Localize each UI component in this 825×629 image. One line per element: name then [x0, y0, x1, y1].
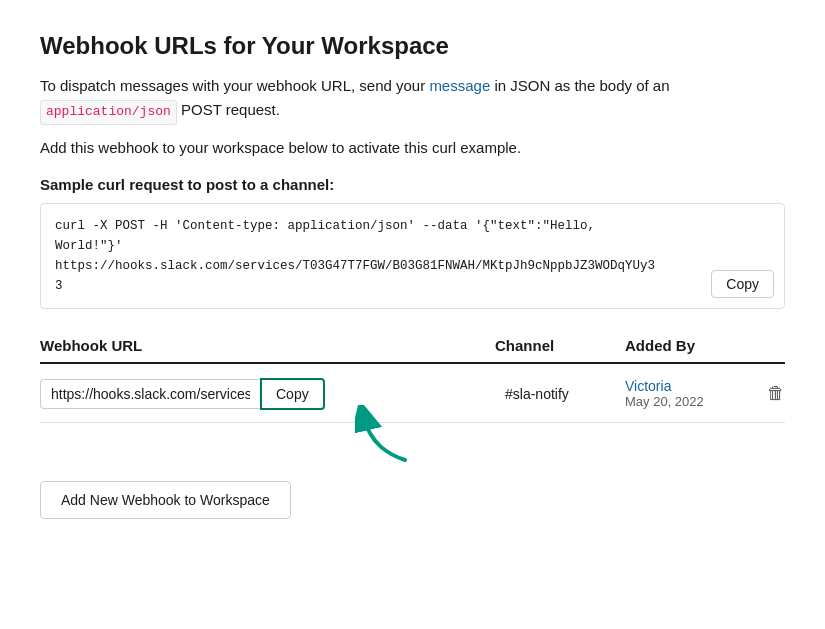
curl-line3: https://hooks.slack.com/services/T03G47T… — [55, 259, 655, 273]
channel-cell: #sla-notify — [495, 386, 625, 402]
date-text: May 20, 2022 — [625, 394, 704, 409]
intro-suffix: in JSON as the body of an — [494, 77, 669, 94]
col-channel-header: Channel — [495, 337, 625, 354]
intro-paragraph: To dispatch messages with your webhook U… — [40, 74, 785, 125]
intro-prefix: To dispatch messages with your webhook U… — [40, 77, 429, 94]
added-by-cell: Victoria May 20, 2022 🗑 — [625, 378, 785, 409]
add-webhook-button[interactable]: Add New Webhook to Workspace — [40, 481, 291, 519]
note-text: Add this webhook to your workspace below… — [40, 139, 785, 156]
copy-curl-button[interactable]: Copy — [711, 270, 774, 298]
curl-code-box: curl -X POST -H 'Content-type: applicati… — [40, 203, 785, 309]
content-type-code: application/json — [40, 100, 177, 125]
added-by-info: Victoria May 20, 2022 — [625, 378, 704, 409]
curl-code-text: curl -X POST -H 'Content-type: applicati… — [55, 216, 770, 296]
add-webhook-section: Add New Webhook to Workspace — [40, 461, 785, 519]
section-label: Sample curl request to post to a channel… — [40, 176, 785, 193]
col-webhook-header: Webhook URL — [40, 337, 495, 354]
col-added-by-header: Added By — [625, 337, 785, 354]
copy-url-button[interactable]: Copy — [260, 378, 325, 410]
webhook-url-cell: Copy — [40, 378, 495, 410]
teal-arrow-svg — [355, 405, 415, 465]
message-link[interactable]: message — [429, 77, 490, 94]
page-title: Webhook URLs for Your Workspace — [40, 32, 785, 60]
channel-name: #sla-notify — [505, 386, 569, 402]
table-header: Webhook URL Channel Added By — [40, 337, 785, 364]
curl-line4: 3 — [55, 279, 63, 293]
webhook-url-input[interactable] — [40, 379, 260, 409]
intro-end: POST request. — [181, 101, 280, 118]
user-name[interactable]: Victoria — [625, 378, 704, 394]
curl-line1: curl -X POST -H 'Content-type: applicati… — [55, 219, 595, 233]
delete-icon[interactable]: 🗑 — [767, 383, 785, 404]
curl-line2: World!"}' — [55, 239, 123, 253]
